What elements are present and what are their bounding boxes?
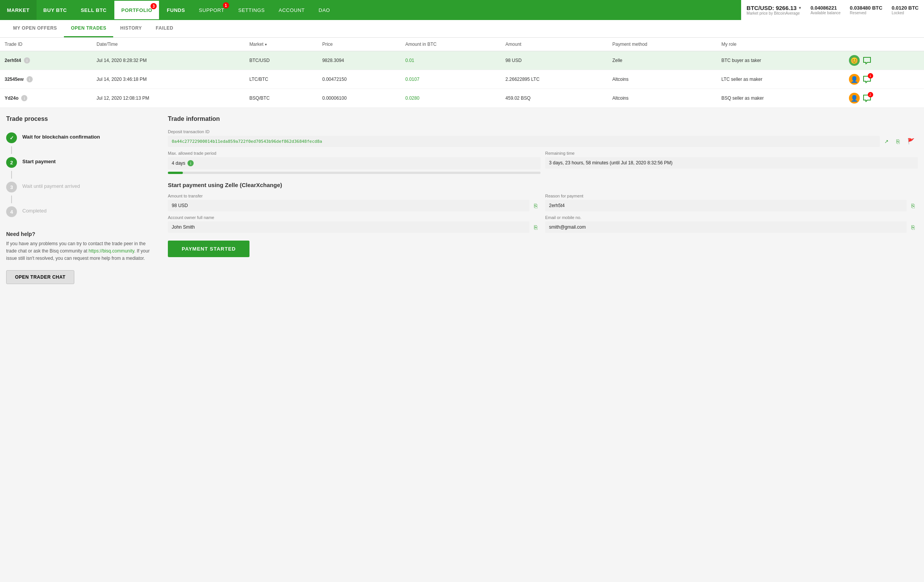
deposit-tx-group: Deposit transaction ID ↗ ⎘ 🚩 (168, 129, 918, 147)
email-label: Email or mobile no. (545, 215, 918, 220)
col-actions (844, 38, 924, 51)
step-line (11, 196, 12, 203)
tab-open-offers[interactable]: MY OPEN OFFERS (6, 20, 64, 37)
chat-icon[interactable]: 1 (862, 74, 872, 84)
market-cell: BTC/USD (245, 51, 318, 70)
help-text: If you have any problems you can try to … (6, 240, 156, 263)
step-label-4: Completed (22, 206, 47, 214)
amount-label: Amount to transfer (168, 194, 541, 198)
remaining-block: Remaining time 3 days, 23 hours, 58 minu… (545, 151, 918, 178)
amount-btc-cell: 0.0107 (401, 70, 501, 89)
available-balance: 0.04086221 Available balance (810, 5, 840, 15)
process-step: 3 Wait until payment arrived (6, 179, 156, 196)
open-trades-table: Trade ID Date/Time Market ▾ Price Amount… (0, 38, 924, 108)
remaining-value: 3 days, 23 hours, 58 minutes (until Jul … (545, 157, 918, 169)
step-line (11, 146, 12, 154)
trade-id-cell: 2erh5t4 i (0, 51, 92, 70)
nav-settings[interactable]: Settings (231, 0, 272, 20)
reason-input-row: ⎘ (545, 200, 918, 211)
price-cell: 9828.3094 (318, 51, 401, 70)
reason-copy[interactable]: ⎘ (908, 200, 918, 211)
amount-btc-cell: 0.01 (401, 51, 501, 70)
trade-id-cell: 32545ew i (0, 70, 92, 89)
top-navigation: MARKET BUY BTC SELL BTC PORTFOLIO 3 FUND… (0, 0, 924, 20)
owner-email-row: Account owner full name ⎘ Email or mobil… (168, 215, 918, 233)
actions-cell: 👤 1 (844, 70, 924, 89)
nav-market[interactable]: MARKET (0, 0, 37, 20)
avatar: 👤 (849, 93, 860, 104)
actions-cell: 👤 2 (844, 89, 924, 108)
email-copy[interactable]: ⎘ (908, 222, 918, 233)
deposit-tx-row: ↗ ⎘ 🚩 (168, 135, 918, 147)
email-input[interactable] (545, 221, 907, 233)
datetime-cell: Jul 14, 2020 8:28:32 PM (92, 51, 245, 70)
nav-portfolio[interactable]: PORTFOLIO 3 (114, 0, 160, 20)
col-trade-id: Trade ID (0, 38, 92, 51)
payment-section-title: Start payment using Zelle (ClearXchange) (168, 182, 918, 188)
btc-price-section: BTC/USD: 9266.13 ▾ Market price by Bitco… (747, 5, 801, 15)
nav-sell-btc[interactable]: SELL BTC (74, 0, 114, 20)
trade-info-icon[interactable]: i (24, 57, 30, 64)
max-period-info-icon[interactable]: i (187, 160, 194, 166)
payment-cell: Altcoins (608, 70, 717, 89)
reserved-balance: 0.038480 BTC Reserved (850, 5, 882, 15)
amount-copy[interactable]: ⎘ (531, 200, 541, 211)
payment-started-button[interactable]: PAYMENT STARTED (168, 241, 249, 257)
amount-btc-cell: 0.0280 (401, 89, 501, 108)
role-cell: BTC buyer as taker (717, 51, 844, 70)
email-group: Email or mobile no. ⎘ (545, 215, 918, 233)
owner-input[interactable] (168, 221, 529, 233)
avatar: 👤 (849, 74, 860, 85)
col-market[interactable]: Market ▾ (245, 38, 318, 51)
tab-failed[interactable]: FAILED (149, 20, 181, 37)
reason-input[interactable] (545, 200, 907, 211)
max-period-label: Max. allowed trade period (168, 151, 541, 156)
max-period-value: 4 days i (168, 157, 541, 169)
process-step: 4 Completed (6, 203, 156, 220)
trade-id-cell: Yd24o i (0, 89, 92, 108)
role-cell: LTC seller as maker (717, 70, 844, 89)
trade-process-title: Trade process (6, 115, 156, 122)
tab-open-trades[interactable]: OPEN TRADES (64, 20, 113, 37)
deposit-tx-external-link[interactable]: ↗ (881, 136, 892, 147)
step-circle-4: 4 (6, 206, 17, 217)
chat-badge: 1 (868, 73, 873, 79)
bisq-community-link[interactable]: https://bisq.community (89, 248, 134, 254)
col-amount-btc: Amount in BTC (401, 38, 501, 51)
datetime-cell: Jul 12, 2020 12:08:13 PM (92, 89, 245, 108)
nav-funds[interactable]: FUNDS (160, 0, 192, 20)
nav-account[interactable]: Account (272, 0, 312, 20)
step-label-2: Start payment (22, 157, 56, 164)
nav-dao[interactable]: DAO (312, 0, 337, 20)
deposit-tx-flag[interactable]: 🚩 (904, 135, 918, 147)
trade-info-title: Trade information (168, 115, 918, 122)
table-row[interactable]: Yd24o i Jul 12, 2020 12:08:13 PM BSQ/BTC… (0, 89, 924, 108)
table-row[interactable]: 32545ew i Jul 14, 2020 3:46:18 PM LTC/BT… (0, 70, 924, 89)
period-row: Max. allowed trade period 4 days i Remai… (168, 151, 918, 178)
deposit-tx-copy[interactable]: ⎘ (893, 136, 903, 147)
progress-bar-fill (168, 172, 183, 174)
chat-icon[interactable] (862, 55, 872, 65)
portfolio-badge: 3 (151, 3, 157, 9)
nav-support[interactable]: Support 1 (192, 0, 231, 20)
trade-info-icon[interactable]: i (21, 95, 27, 101)
open-trader-chat-button[interactable]: OPEN TRADER CHAT (6, 270, 74, 284)
col-amount: Amount (501, 38, 608, 51)
amount-input[interactable] (168, 200, 529, 211)
chat-icon[interactable]: 2 (862, 93, 872, 103)
help-title: Need help? (6, 231, 156, 237)
price-dropdown-icon[interactable]: ▾ (799, 5, 801, 10)
owner-copy[interactable]: ⎘ (531, 222, 541, 233)
process-step: 2 Start payment (6, 154, 156, 171)
tab-history[interactable]: HISTORY (113, 20, 149, 37)
trade-info-icon[interactable]: i (27, 76, 33, 82)
nav-price-bar: BTC/USD: 9266.13 ▾ Market price by Bitco… (741, 0, 924, 20)
nav-buy-btc[interactable]: BUY BTC (37, 0, 74, 20)
left-panel: Trade process ✓ Wait for blockchain conf… (6, 115, 168, 284)
step-circle-1: ✓ (6, 132, 17, 143)
amount-cell: 2.26622895 LTC (501, 70, 608, 89)
payment-cell: Altcoins (608, 89, 717, 108)
deposit-tx-input[interactable] (168, 136, 880, 147)
table-row[interactable]: 2erh5t4 i Jul 14, 2020 8:28:32 PM BTC/US… (0, 51, 924, 70)
remaining-label: Remaining time (545, 151, 918, 156)
